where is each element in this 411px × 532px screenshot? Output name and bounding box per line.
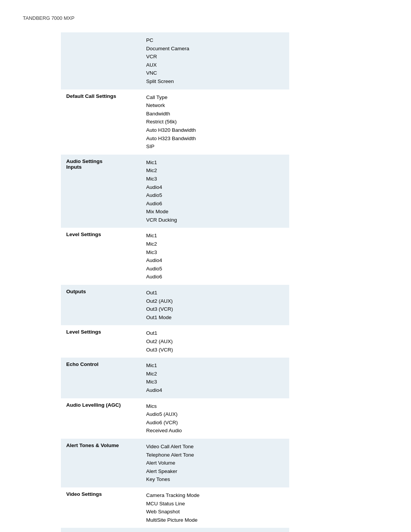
row-label: Picture Control <box>61 528 141 532</box>
row-items: Mic1Mic2Mic3Audio4Audio5Audio6 <box>141 228 289 285</box>
row-items: Camera Tracking ModeMCU Status LineWeb S… <box>141 487 289 528</box>
row-label: Echo Control <box>61 358 141 398</box>
document-title: TANDBERG 7000 MXP <box>23 15 75 21</box>
row-items: Video Call Alert ToneTelephone Alert Ton… <box>141 439 289 487</box>
table-row: Picture ControlFocus <box>61 528 289 532</box>
table-row: Alert Tones & VolumeVideo Call Alert Ton… <box>61 439 289 487</box>
row-label: Outputs <box>61 285 141 325</box>
row-label: Video Settings <box>61 487 141 528</box>
row-items: Out1Out2 (AUX)Out3 (VCR) <box>141 325 289 358</box>
row-label: Level Settings <box>61 228 141 285</box>
settings-table: PCDocument CameraVCRAUXVNCSplit ScreenDe… <box>61 32 289 532</box>
row-items: MicsAudio5 (AUX)Audio6 (VCR)Received Aud… <box>141 398 289 439</box>
table-row: Level SettingsOut1Out2 (AUX)Out3 (VCR) <box>61 325 289 358</box>
row-label: Default Call Settings <box>61 89 141 155</box>
row-label: Alert Tones & Volume <box>61 439 141 487</box>
table-row: PCDocument CameraVCRAUXVNCSplit Screen <box>61 32 289 89</box>
page-header: TANDBERG 7000 MXP <box>23 15 388 21</box>
table-row: Echo ControlMic1Mic2Mic3Audio4 <box>61 358 289 398</box>
table-row: Audio SettingsInputsMic1Mic2Mic3Audio4Au… <box>61 155 289 228</box>
row-label: Audio SettingsInputs <box>61 155 141 228</box>
table-row: Level SettingsMic1Mic2Mic3Audio4Audio5Au… <box>61 228 289 285</box>
table-row: Default Call SettingsCall TypeNetworkBan… <box>61 89 289 155</box>
row-items: Mic1Mic2Mic3Audio4 <box>141 358 289 398</box>
row-label: Audio Levelling (AGC) <box>61 398 141 439</box>
row-items: PCDocument CameraVCRAUXVNCSplit Screen <box>141 32 289 89</box>
row-label: Level Settings <box>61 325 141 358</box>
row-items: Mic1Mic2Mic3Audio4Audio5Audio6Mix ModeVC… <box>141 155 289 228</box>
row-items: Focus <box>141 528 289 532</box>
table-row: Video SettingsCamera Tracking ModeMCU St… <box>61 487 289 528</box>
row-items: Call TypeNetworkBandwidthRestrict (56k)A… <box>141 89 289 155</box>
table-row: OutputsOut1Out2 (AUX)Out3 (VCR)Out1 Mode <box>61 285 289 325</box>
row-items: Out1Out2 (AUX)Out3 (VCR)Out1 Mode <box>141 285 289 325</box>
row-label <box>61 32 141 89</box>
table-row: Audio Levelling (AGC)MicsAudio5 (AUX)Aud… <box>61 398 289 439</box>
